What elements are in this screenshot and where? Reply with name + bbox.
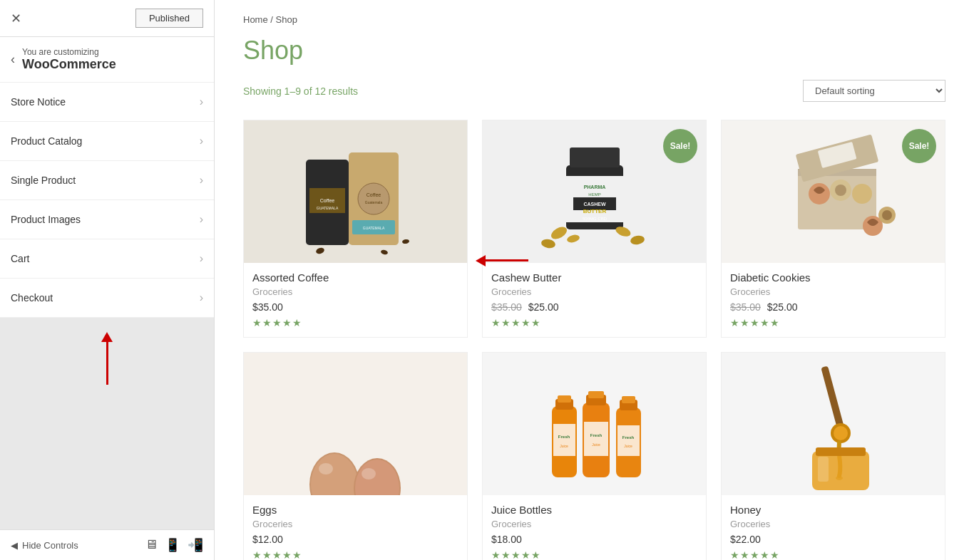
- sidebar-item-product-catalog[interactable]: Product Catalog ›: [0, 122, 214, 161]
- svg-point-41: [355, 460, 399, 495]
- svg-point-39: [311, 454, 358, 495]
- tablet-view-icon[interactable]: 📱: [165, 537, 180, 553]
- svg-text:Juice: Juice: [592, 442, 600, 447]
- svg-rect-68: [818, 457, 829, 482]
- product-name-cookies: Diabetic Cookies: [730, 271, 936, 284]
- left-arrow-icon: ◀: [11, 540, 18, 551]
- product-card-diabetic-cookies[interactable]: Sale!: [721, 120, 945, 338]
- product-category-cookies: Groceries: [730, 286, 936, 297]
- cookies-svg: [762, 126, 905, 258]
- sidebar-footer: ◀ Hide Controls 🖥 📱 📲: [0, 529, 214, 560]
- red-up-arrow: [101, 332, 113, 385]
- product-category-honey: Groceries: [730, 519, 936, 529]
- sidebar-item-cart[interactable]: Cart ›: [0, 239, 214, 279]
- product-price-eggs: $12.00: [252, 534, 458, 545]
- product-category-coffee: Groceries: [252, 286, 458, 297]
- sort-select[interactable]: Default sorting Sort by popularity Sort …: [803, 80, 945, 102]
- svg-text:Guatemala: Guatemala: [364, 200, 382, 204]
- svg-point-26: [630, 234, 645, 245]
- product-price-juice: $18.00: [491, 534, 697, 545]
- page-title: Shop: [243, 36, 945, 66]
- svg-rect-52: [588, 391, 604, 398]
- product-info-honey: Honey Groceries $22.00 ★★★★★: [722, 495, 945, 560]
- product-price-cookies: $35.00 $25.00: [730, 301, 936, 313]
- sidebar: ✕ Published ‹ You are customizing WooCom…: [0, 0, 215, 560]
- product-name-juice: Juice Bottles: [491, 504, 697, 516]
- product-image-coffee: Coffee GUATEMALA Coffee Guatemala GUATEM…: [244, 120, 467, 263]
- mobile-view-icon[interactable]: 📲: [188, 537, 203, 553]
- product-card-eggs[interactable]: Eggs Groceries $12.00 ★★★★★: [243, 352, 468, 560]
- results-count: Showing 1–9 of 12 results: [243, 85, 358, 97]
- arrow-line-horizontal: [486, 259, 528, 261]
- svg-point-37: [882, 210, 892, 220]
- customizing-info: You are customizing WooCommerce: [22, 47, 116, 72]
- showing-range: 1–9: [284, 85, 301, 97]
- chevron-right-icon: ›: [200, 95, 203, 108]
- product-info-cookies: Diabetic Cookies Groceries $35.00 $25.00…: [722, 263, 945, 337]
- sidebar-item-checkout[interactable]: Checkout ›: [0, 279, 214, 318]
- product-stars-juice: ★★★★★: [491, 549, 697, 560]
- product-card-cashew-butter[interactable]: Sale! PHARMA HEMP CASHEW BUTTER 500MG CB…: [482, 120, 707, 338]
- coffee-svg: Coffee GUATEMALA Coffee Guatemala GUATEM…: [284, 131, 427, 263]
- product-card-wrapper-1: Coffee GUATEMALA Coffee Guatemala GUATEM…: [243, 120, 468, 338]
- sidebar-item-single-product[interactable]: Single Product ›: [0, 161, 214, 200]
- product-card-honey[interactable]: Honey Groceries $22.00 ★★★★★: [721, 352, 945, 560]
- sidebar-item-product-images[interactable]: Product Images ›: [0, 200, 214, 239]
- hide-controls-button[interactable]: ◀ Hide Controls: [11, 540, 78, 551]
- shop-meta: Showing 1–9 of 12 results Default sortin…: [243, 80, 945, 102]
- product-name-cashew: Cashew Butter: [491, 271, 697, 284]
- published-button[interactable]: Published: [135, 9, 203, 28]
- customizing-label: You are customizing: [22, 47, 116, 57]
- svg-rect-67: [816, 447, 866, 456]
- product-stars-honey: ★★★★★: [730, 549, 936, 560]
- svg-rect-53: [584, 422, 608, 456]
- store-notice-label: Store Notice: [11, 96, 66, 108]
- woocommerce-title: WooCommerce: [22, 57, 116, 72]
- product-price-honey: $22.00: [730, 534, 936, 545]
- svg-point-64: [834, 426, 848, 440]
- product-image-eggs: [244, 353, 467, 495]
- svg-text:GUATEMALA: GUATEMALA: [316, 206, 338, 210]
- product-image-juice: Fresh Juice Fresh Juice Fres: [483, 353, 706, 495]
- product-name-eggs: Eggs: [252, 504, 458, 516]
- svg-text:PHARMA: PHARMA: [583, 185, 605, 190]
- honey-svg: [762, 358, 905, 490]
- product-card-juice[interactable]: Fresh Juice Fresh Juice Fres: [482, 352, 707, 560]
- svg-text:HEMP: HEMP: [588, 192, 600, 197]
- main-content: Home / Shop Shop Showing 1–9 of 12 resul…: [215, 0, 974, 560]
- product-price-cashew: $35.00 $25.00: [491, 301, 697, 313]
- back-arrow-icon[interactable]: ‹: [11, 52, 15, 67]
- sale-badge-cookies: Sale!: [902, 129, 936, 163]
- svg-text:500MG CBD: 500MG CBD: [582, 217, 607, 221]
- svg-point-11: [380, 249, 388, 255]
- product-category-juice: Groceries: [491, 519, 697, 529]
- product-category-cashew: Groceries: [491, 286, 697, 297]
- svg-text:Fresh: Fresh: [590, 433, 602, 437]
- svg-text:Coffee: Coffee: [366, 192, 381, 197]
- svg-text:Fresh: Fresh: [622, 435, 634, 440]
- showing-prefix: Showing: [243, 85, 284, 97]
- sidebar-item-store-notice[interactable]: Store Notice ›: [0, 83, 214, 122]
- svg-point-23: [540, 238, 556, 249]
- product-price-coffee: $35.00: [252, 301, 458, 313]
- close-button[interactable]: ✕: [11, 11, 21, 26]
- product-info-coffee: Assorted Coffee Groceries $35.00 ★★★★★: [244, 263, 467, 337]
- products-grid: Coffee GUATEMALA Coffee Guatemala GUATEM…: [243, 120, 945, 560]
- sidebar-arrow-area: [0, 318, 214, 529]
- product-catalog-label: Product Catalog: [11, 135, 82, 147]
- product-image-cookies: Sale!: [722, 120, 945, 263]
- svg-rect-58: [622, 396, 635, 403]
- chevron-right-icon: ›: [200, 213, 203, 226]
- product-image-honey: [722, 353, 945, 495]
- hide-controls-label: Hide Controls: [22, 540, 78, 551]
- single-product-label: Single Product: [11, 175, 76, 186]
- sidebar-header: ✕ Published: [0, 0, 214, 37]
- product-category-eggs: Groceries: [252, 519, 458, 529]
- product-card-assorted-coffee[interactable]: Coffee GUATEMALA Coffee Guatemala GUATEM…: [243, 120, 468, 338]
- svg-point-43: [362, 468, 376, 479]
- desktop-view-icon[interactable]: 🖥: [145, 537, 158, 553]
- svg-point-42: [319, 463, 333, 475]
- svg-point-5: [358, 183, 389, 214]
- svg-rect-59: [617, 425, 640, 456]
- svg-point-22: [549, 224, 569, 241]
